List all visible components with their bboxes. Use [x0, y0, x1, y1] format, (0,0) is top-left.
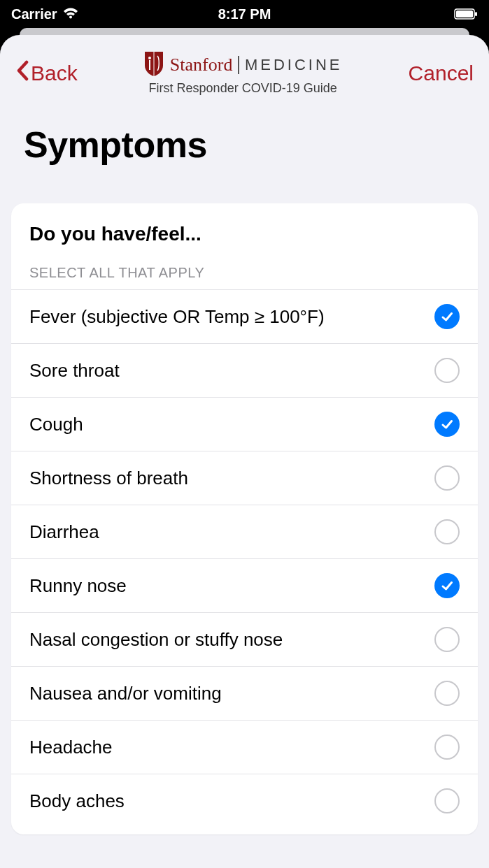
symptom-card: Do you have/feel... SELECT ALL THAT APPL… — [11, 203, 478, 834]
symptom-row[interactable]: Fever (subjective OR Temp ≥ 100°F) — [11, 289, 478, 343]
symptom-row[interactable]: Body aches — [11, 774, 478, 827]
card-question: Do you have/feel... — [11, 203, 478, 258]
nav-bar: Back Stanford MEDICINE — [0, 35, 489, 103]
status-bar: Carrier 8:17 PM — [0, 0, 489, 28]
wifi-icon — [63, 6, 78, 22]
symptom-row[interactable]: Shortness of breath — [11, 451, 478, 505]
symptom-label: Body aches — [29, 790, 125, 812]
brand-divider — [238, 56, 239, 74]
symptom-label: Diarrhea — [29, 521, 99, 543]
symptom-row[interactable]: Diarrhea — [11, 505, 478, 558]
symptom-row[interactable]: Nausea and/or vomiting — [11, 666, 478, 720]
checkmark-checked-icon[interactable] — [434, 304, 460, 329]
app-title: Stanford MEDICINE First Responder COVID-… — [143, 50, 343, 96]
symptom-label: Cough — [29, 414, 83, 435]
symptom-list: Fever (subjective OR Temp ≥ 100°F)Sore t… — [11, 289, 478, 827]
checkmark-unchecked-icon[interactable] — [434, 358, 460, 383]
symptom-label: Sore throat — [29, 360, 120, 382]
card-hint: SELECT ALL THAT APPLY — [11, 258, 478, 289]
checkmark-unchecked-icon[interactable] — [434, 627, 460, 652]
checkmark-checked-icon[interactable] — [434, 573, 460, 598]
svg-rect-6 — [149, 60, 150, 70]
cancel-button[interactable]: Cancel — [409, 62, 474, 85]
svg-point-5 — [148, 57, 151, 59]
symptom-label: Nasal congestion or stuffy nose — [29, 629, 283, 651]
app-subtitle: First Responder COVID-19 Guide — [149, 81, 337, 96]
checkmark-unchecked-icon[interactable] — [434, 681, 460, 706]
symptom-row[interactable]: Sore throat — [11, 343, 478, 397]
symptom-label: Runny nose — [29, 575, 127, 597]
symptom-row[interactable]: Runny nose — [11, 558, 478, 612]
symptom-label: Headache — [29, 737, 113, 758]
checkmark-unchecked-icon[interactable] — [434, 735, 460, 760]
svg-rect-3 — [475, 12, 477, 16]
checkmark-unchecked-icon[interactable] — [434, 465, 460, 491]
symptom-row[interactable]: Cough — [11, 397, 478, 451]
chevron-left-icon — [15, 60, 29, 86]
symptom-row[interactable]: Headache — [11, 720, 478, 774]
checkmark-unchecked-icon[interactable] — [434, 519, 460, 544]
svg-point-0 — [69, 15, 72, 18]
sheet-backdrop — [20, 28, 469, 35]
symptom-label: Fever (subjective OR Temp ≥ 100°F) — [29, 306, 325, 328]
svg-rect-2 — [456, 10, 473, 17]
checkmark-checked-icon[interactable] — [434, 412, 460, 437]
symptom-label: Shortness of breath — [29, 468, 188, 489]
back-button[interactable]: Back — [15, 60, 78, 86]
brand-stanford: Stanford — [170, 55, 233, 75]
back-label: Back — [31, 62, 78, 85]
battery-icon — [454, 8, 478, 20]
page-title: Symptoms — [0, 103, 489, 180]
stanford-shield-icon — [143, 50, 164, 80]
checkmark-unchecked-icon[interactable] — [434, 788, 460, 813]
brand-medicine: MEDICINE — [245, 56, 343, 74]
carrier-label: Carrier — [11, 6, 57, 22]
modal-sheet: Back Stanford MEDICINE — [0, 35, 489, 868]
clock: 8:17 PM — [218, 6, 271, 22]
symptom-label: Nausea and/or vomiting — [29, 683, 222, 704]
symptom-row[interactable]: Nasal congestion or stuffy nose — [11, 612, 478, 666]
